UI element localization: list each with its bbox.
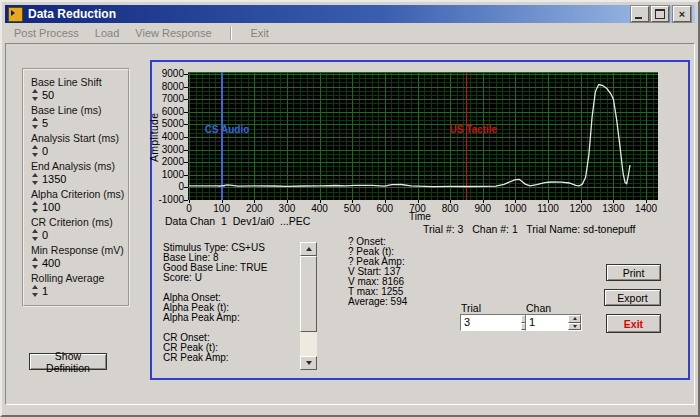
data-chan-text: Data Chan 1 Dev1/ai0 ...PEC — [165, 215, 310, 227]
maximize-button[interactable] — [651, 6, 669, 22]
spinner-icon[interactable] — [31, 201, 39, 213]
minimize-button[interactable] — [631, 6, 649, 22]
x-tick-label: 900 — [466, 203, 500, 214]
y-tick-mark — [184, 187, 188, 188]
x-axis-label: Time — [398, 211, 442, 222]
menu-bar: Post Process Load View Response Exit — [5, 23, 695, 43]
x-tick-mark — [222, 200, 223, 203]
x-tick-mark — [646, 200, 647, 203]
param-label: Min Response (mV) — [31, 244, 124, 256]
x-tick-mark — [483, 200, 484, 203]
y-tick-mark — [184, 124, 188, 125]
param-value[interactable]: 100 — [42, 201, 60, 213]
x-tick-mark — [418, 200, 419, 203]
x-tick-label: 600 — [368, 203, 402, 214]
app-icon — [8, 7, 23, 22]
waveform — [188, 72, 658, 200]
y-tick-mark — [184, 200, 188, 201]
chan-down-icon[interactable] — [568, 323, 581, 331]
param-value[interactable]: 50 — [42, 89, 54, 101]
param-alpha-criterion: Alpha Criterion (ms) 100 — [31, 188, 124, 213]
x-tick-mark — [515, 200, 516, 203]
spinner-icon[interactable] — [31, 229, 39, 241]
chan-input[interactable]: 1 — [525, 314, 582, 331]
param-value[interactable]: 5 — [42, 117, 48, 129]
x-tick-label: 1300 — [596, 203, 630, 214]
menu-post-process[interactable]: Post Process — [14, 27, 79, 39]
scroll-down-icon[interactable] — [300, 356, 317, 370]
x-tick-mark — [450, 200, 451, 203]
x-tick-label: 1200 — [564, 203, 598, 214]
param-value[interactable]: 1 — [42, 285, 48, 297]
results-scrollbar[interactable] — [300, 242, 317, 370]
param-analysis-start: Analysis Start (ms) 0 — [31, 132, 119, 157]
chan-value[interactable]: 1 — [526, 315, 568, 330]
param-value[interactable]: 400 — [42, 257, 60, 269]
chan-up-icon[interactable] — [568, 315, 581, 323]
y-tick-label: 0 — [151, 181, 184, 192]
y-tick-mark — [184, 99, 188, 100]
close-button[interactable]: × — [673, 6, 691, 22]
x-tick-mark — [581, 200, 582, 203]
x-tick-label: 300 — [270, 203, 304, 214]
menu-separator — [230, 27, 231, 40]
x-tick-mark — [287, 200, 288, 203]
param-value[interactable]: 1350 — [42, 173, 66, 185]
plot-area: CS AudioUS Tactile — [188, 72, 658, 200]
trial-info-text: Trial #: 3 Chan #: 1 Trial Name: sd-tone… — [423, 223, 635, 235]
window-title: Data Reduction — [28, 7, 631, 21]
param-label: Alpha Criterion (ms) — [31, 188, 124, 200]
y-tick-mark — [184, 150, 188, 151]
y-tick-mark — [184, 137, 188, 138]
scrollbar-thumb[interactable] — [300, 256, 317, 332]
y-tick-label: 3000 — [151, 144, 184, 155]
y-tick-mark — [184, 175, 188, 176]
y-tick-label: 7000 — [151, 93, 184, 104]
exit-button[interactable]: Exit — [606, 314, 661, 333]
x-tick-label: 200 — [237, 203, 271, 214]
spinner-icon[interactable] — [31, 145, 39, 157]
spinner-icon[interactable] — [31, 173, 39, 185]
x-tick-mark — [189, 200, 190, 203]
x-tick-mark — [548, 200, 549, 203]
trial-input[interactable]: 3 — [460, 314, 535, 331]
x-tick-label: 100 — [205, 203, 239, 214]
spinner-icon[interactable] — [31, 285, 39, 297]
param-base-line-shift: Base Line Shift 50 — [31, 76, 102, 101]
x-tick-label: 500 — [335, 203, 369, 214]
param-end-analysis: End Analysis (ms) 1350 — [31, 160, 115, 185]
x-tick-label: 0 — [172, 203, 206, 214]
result-line: CR Peak Amp: — [163, 353, 267, 363]
y-tick-mark — [184, 112, 188, 113]
x-tick-mark — [352, 200, 353, 203]
spinner-icon[interactable] — [31, 117, 39, 129]
export-button[interactable]: Export — [604, 289, 661, 306]
y-tick-label: 5000 — [151, 118, 184, 129]
result-line: Average: 594 — [348, 297, 407, 307]
menu-exit[interactable]: Exit — [251, 27, 269, 39]
x-tick-label: 400 — [303, 203, 337, 214]
menu-view-response[interactable]: View Response — [135, 27, 211, 39]
print-button[interactable]: Print — [606, 264, 661, 281]
x-tick-mark — [254, 200, 255, 203]
scroll-up-icon[interactable] — [300, 242, 317, 256]
spinner-icon[interactable] — [31, 89, 39, 101]
y-tick-label: 4000 — [151, 131, 184, 142]
trial-label: Trial — [461, 302, 481, 314]
param-label: End Analysis (ms) — [31, 160, 115, 172]
chan-label: Chan — [526, 302, 551, 314]
x-tick-label: 1400 — [629, 203, 663, 214]
param-value[interactable]: 0 — [42, 229, 48, 241]
param-min-response: Min Response (mV) 400 — [31, 244, 124, 269]
maximize-icon — [655, 9, 665, 19]
trial-value[interactable]: 3 — [461, 315, 521, 330]
show-definition-button[interactable]: Show Definition — [29, 353, 107, 370]
x-tick-label: 1100 — [531, 203, 565, 214]
menu-load[interactable]: Load — [95, 27, 119, 39]
y-tick-mark — [184, 74, 188, 75]
spinner-icon[interactable] — [31, 257, 39, 269]
param-label: Analysis Start (ms) — [31, 132, 119, 144]
title-bar[interactable]: Data Reduction × — [5, 5, 695, 23]
y-tick-label: 1000 — [151, 169, 184, 180]
param-value[interactable]: 0 — [42, 145, 48, 157]
